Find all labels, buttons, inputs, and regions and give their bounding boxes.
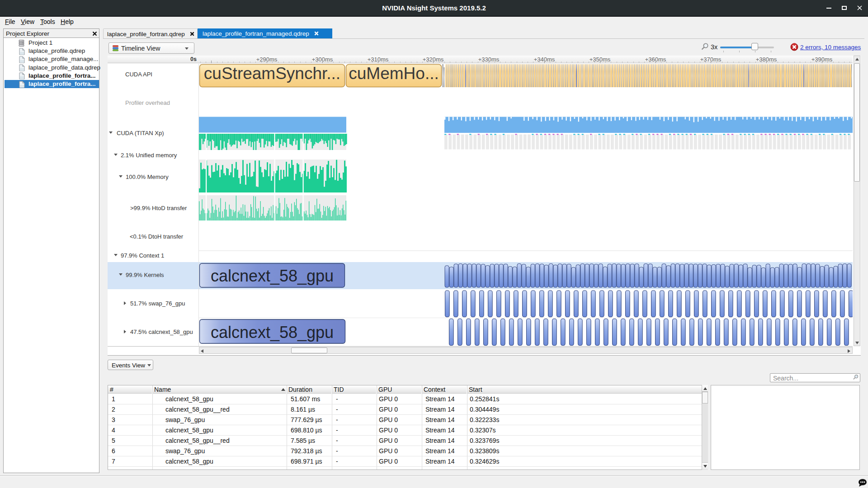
svg-text:calcnext_58_gpu: calcnext_58_gpu — [211, 323, 334, 342]
svg-text:cuMemHo...: cuMemHo... — [349, 64, 439, 83]
svg-text:cuStreamSynchr...: cuStreamSynchr... — [204, 64, 340, 83]
svg-text:calcnext_58_gpu: calcnext_58_gpu — [211, 267, 334, 285]
